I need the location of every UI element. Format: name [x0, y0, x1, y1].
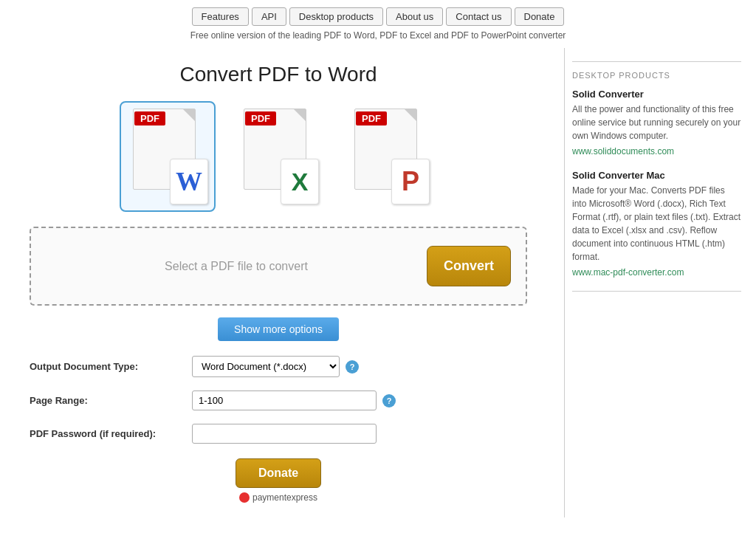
- ppt-letter: P: [402, 166, 419, 197]
- ppt-sub-icon: P: [391, 159, 430, 204]
- page-range-label: Page Range:: [30, 395, 192, 406]
- sidebar-product-0: Solid Converter All the power and functi…: [572, 89, 741, 156]
- pdf-badge-word: PDF: [134, 111, 165, 125]
- page-wrapper: Convert PDF to Word PDF W PDF: [0, 48, 756, 517]
- main-content: Convert PDF to Word PDF W PDF: [0, 48, 557, 517]
- nav-contact-us[interactable]: Contact us: [446, 7, 511, 26]
- word-letter: W: [176, 166, 202, 197]
- convert-button[interactable]: Convert: [427, 246, 511, 286]
- page-title: Convert PDF to Word: [30, 63, 527, 86]
- password-label: PDF Password (if required):: [30, 428, 192, 439]
- nav-about-us[interactable]: About us: [386, 7, 443, 26]
- pdf-word-icon: PDF W: [127, 109, 208, 204]
- sidebar-product-1: Solid Converter Mac Made for your Mac. C…: [572, 170, 741, 278]
- sidebar-product-1-name: Solid Converter Mac: [572, 170, 741, 181]
- payment-express-label: paymentexpress: [30, 492, 527, 503]
- nav-api[interactable]: API: [252, 7, 286, 26]
- word-sub-icon: W: [170, 159, 208, 204]
- converter-excel[interactable]: PDF X: [230, 101, 326, 212]
- password-control: [192, 424, 377, 444]
- sidebar-product-1-desc: Made for your Mac. Converts PDF files in…: [572, 184, 741, 264]
- sidebar-section-title: DESKTOP PRODUCTS: [572, 71, 741, 80]
- output-type-select[interactable]: Word Document (*.docx)Rich Text Format (…: [192, 356, 340, 377]
- page-range-input[interactable]: [192, 391, 377, 410]
- pdf-excel-icon: PDF X: [238, 109, 319, 204]
- top-nav: Features API Desktop products About us C…: [0, 0, 756, 29]
- payment-express-text: paymentexpress: [252, 492, 317, 503]
- nav-desktop-products[interactable]: Desktop products: [289, 7, 383, 26]
- sidebar: DESKTOP PRODUCTS Solid Converter All the…: [564, 48, 756, 517]
- sidebar-product-0-name: Solid Converter: [572, 89, 741, 100]
- sidebar-product-1-link[interactable]: www.mac-pdf-converter.com: [572, 267, 684, 278]
- sidebar-product-0-link[interactable]: www.soliddocuments.com: [572, 146, 674, 156]
- pdf-badge-excel: PDF: [245, 111, 276, 125]
- show-more-options-button[interactable]: Show more options: [218, 317, 339, 341]
- page-range-help-icon[interactable]: ?: [382, 394, 396, 407]
- sidebar-bottom-divider: [572, 291, 741, 292]
- nav-donate-button[interactable]: Donate: [515, 7, 565, 26]
- donate-section: Donate paymentexpress: [30, 458, 527, 503]
- upload-area[interactable]: Select a PDF file to convert Convert: [30, 227, 527, 306]
- pdf-badge-ppt: PDF: [356, 111, 387, 125]
- page-range-row: Page Range: ?: [30, 391, 527, 410]
- sidebar-product-0-desc: All the power and functionality of this …: [572, 103, 741, 142]
- converter-word[interactable]: PDF W: [120, 101, 216, 212]
- excel-sub-icon: X: [281, 159, 319, 204]
- nav-features[interactable]: Features: [192, 7, 249, 26]
- sidebar-top-divider: [572, 61, 741, 62]
- options-section: Output Document Type: Word Document (*.d…: [30, 356, 527, 444]
- password-row: PDF Password (if required):: [30, 424, 527, 444]
- excel-letter: X: [292, 168, 309, 196]
- upload-placeholder: Select a PDF file to convert: [46, 260, 427, 273]
- tagline: Free online version of the leading PDF t…: [0, 29, 756, 48]
- payment-express-logo-icon: [239, 492, 250, 503]
- output-type-row: Output Document Type: Word Document (*.d…: [30, 356, 527, 377]
- converter-icons: PDF W PDF X: [30, 101, 527, 212]
- page-range-control: ?: [192, 391, 396, 410]
- output-type-help-icon[interactable]: ?: [346, 360, 359, 374]
- output-type-control: Word Document (*.docx)Rich Text Format (…: [192, 356, 359, 377]
- pdf-ppt-icon: PDF P: [348, 109, 430, 204]
- donate-button[interactable]: Donate: [236, 458, 321, 488]
- output-type-label: Output Document Type:: [30, 361, 192, 372]
- password-input[interactable]: [192, 424, 377, 444]
- converter-ppt[interactable]: PDF P: [341, 101, 437, 212]
